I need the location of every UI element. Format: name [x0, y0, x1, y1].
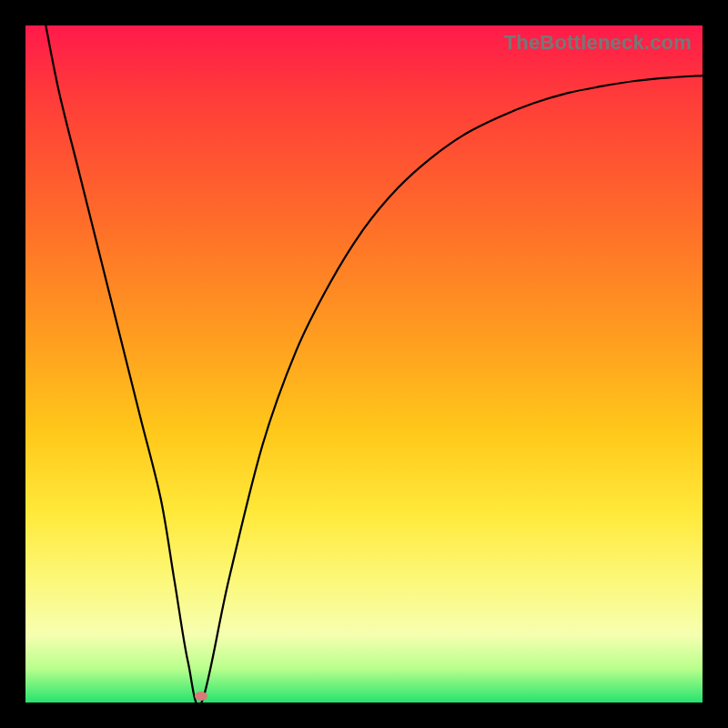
bottleneck-curve-path	[46, 25, 703, 703]
curve-svg	[25, 25, 703, 703]
plot-area: TheBottleneck.com	[25, 25, 703, 703]
chart-frame: TheBottleneck.com	[0, 0, 728, 728]
minimum-marker	[195, 692, 207, 701]
